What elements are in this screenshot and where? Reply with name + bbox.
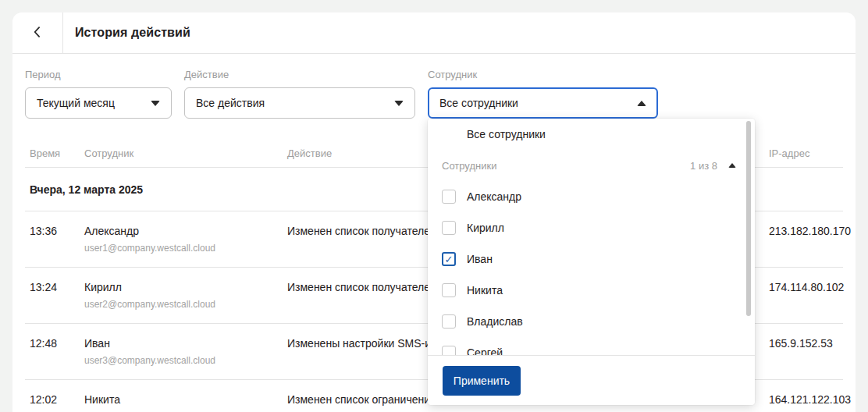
row-ip: 174.114.80.102 [769, 281, 844, 310]
row-employee: Иван user3@company.westcall.cloud [84, 337, 287, 366]
header-divider [62, 12, 63, 54]
dropdown-footer: Применить [428, 355, 755, 405]
dropdown-employee-option[interactable]: Владислав [428, 306, 755, 337]
filter-employee: Сотрудник Все сотрудники [428, 69, 658, 119]
row-time: 13:36 [30, 225, 84, 254]
col-header-ip: IP-адрес [769, 147, 843, 159]
chevron-up-icon [637, 101, 646, 106]
back-button[interactable] [12, 12, 62, 54]
dropdown-scrollbar[interactable] [746, 121, 751, 316]
row-employee-name: Никита [84, 393, 287, 406]
employee-checkbox[interactable] [442, 346, 456, 355]
row-employee-email: user1@company.westcall.cloud [84, 243, 287, 254]
filter-action: Действие Все действия [184, 69, 415, 119]
row-ip: 164.121.122.103 [769, 393, 851, 411]
dropdown-employee-option[interactable]: Никита [428, 275, 755, 306]
chevron-down-icon [151, 101, 160, 106]
row-employee-name: Александр [84, 225, 287, 237]
row-employee-email: user3@company.westcall.cloud [84, 355, 287, 366]
action-select[interactable]: Все действия [184, 87, 415, 119]
period-select-value: Текущий месяц [37, 97, 115, 109]
employee-option-label: Иван [467, 253, 493, 265]
col-header-employee: Сотрудник [84, 147, 287, 159]
row-employee-name: Кирилл [84, 281, 287, 293]
dropdown-employee-option[interactable]: Иван [428, 243, 755, 275]
employee-checkbox[interactable] [442, 314, 456, 329]
row-ip: 213.182.180.170 [769, 225, 851, 254]
page-title: История действий [75, 26, 190, 40]
dropdown-employee-option[interactable]: Кирилл [428, 212, 755, 243]
employee-option-label: Сергей [467, 346, 503, 355]
dropdown-group-label: Сотрудники [442, 160, 690, 172]
dropdown-employee-items: Александр Кирилл Иван Никита [428, 181, 755, 355]
row-employee: Никита [84, 393, 287, 411]
employee-checkbox[interactable] [442, 252, 456, 266]
period-select[interactable]: Текущий месяц [25, 87, 172, 119]
row-employee: Кирилл user2@company.westcall.cloud [84, 281, 287, 310]
filter-employee-label: Сотрудник [428, 69, 658, 80]
dropdown-employee-option[interactable]: Александр [428, 181, 755, 212]
page-header: История действий [12, 12, 856, 54]
dropdown-option-all-employees[interactable]: Все сотрудники [428, 119, 755, 150]
date-group-label: Вчера, 12 марта 2025 [30, 183, 143, 196]
employee-dropdown-list: Все сотрудники Сотрудники 1 из 8 Алексан… [428, 119, 755, 355]
row-time: 12:02 [30, 393, 84, 411]
employee-checkbox[interactable] [442, 190, 456, 204]
employee-option-label: Никита [467, 284, 503, 297]
employee-checkbox[interactable] [442, 221, 456, 235]
col-header-time: Время [30, 147, 84, 159]
filter-period: Период Текущий месяц [25, 69, 172, 119]
filter-action-label: Действие [184, 69, 415, 80]
row-employee: Александр user1@company.westcall.cloud [84, 225, 287, 254]
row-ip: 165.9.152.53 [769, 337, 843, 366]
dropdown-group-header: Сотрудники 1 из 8 [428, 150, 755, 181]
employee-dropdown-panel: Все сотрудники Сотрудники 1 из 8 Алексан… [428, 119, 755, 405]
dropdown-employee-option[interactable]: Сергей [428, 337, 755, 355]
dropdown-selected-count: 1 из 8 [690, 160, 717, 172]
row-employee-email: user2@company.westcall.cloud [84, 299, 287, 310]
row-employee-name: Иван [84, 337, 287, 350]
apply-button[interactable]: Применить [443, 366, 521, 396]
employee-option-label: Кирилл [467, 222, 504, 234]
filter-period-label: Период [25, 69, 172, 80]
employee-option-label: Александр [467, 190, 521, 203]
employee-option-label: Владислав [467, 315, 523, 328]
employee-select-value: Все сотрудники [439, 97, 518, 109]
employee-select[interactable]: Все сотрудники [428, 87, 658, 119]
row-time: 12:48 [30, 337, 84, 366]
collapse-group-icon[interactable] [728, 163, 736, 168]
chevron-down-icon [394, 101, 404, 106]
row-time: 13:24 [30, 281, 84, 310]
chevron-left-icon [30, 24, 45, 42]
action-select-value: Все действия [196, 97, 265, 109]
employee-checkbox[interactable] [442, 283, 456, 297]
